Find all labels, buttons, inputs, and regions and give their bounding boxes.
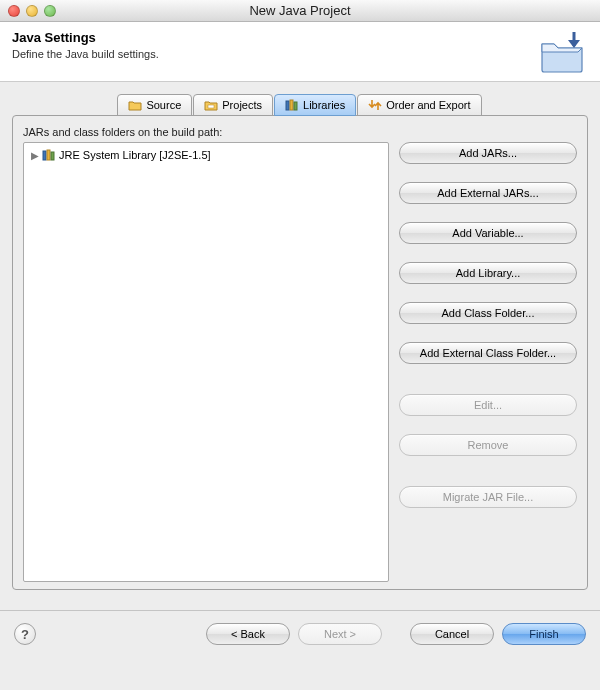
spacer — [399, 170, 577, 176]
side-button-column: Add JARs... Add External JARs... Add Var… — [399, 142, 577, 582]
tree-item-label: JRE System Library [J2SE-1.5] — [59, 149, 211, 161]
migrate-jar-button: Migrate JAR File... — [399, 486, 577, 508]
close-window-button[interactable] — [8, 5, 20, 17]
add-class-folder-button[interactable]: Add Class Folder... — [399, 302, 577, 324]
svg-rect-0 — [208, 105, 214, 108]
tab-label: Projects — [222, 99, 262, 111]
button-label: Add Variable... — [452, 227, 523, 239]
libraries-icon — [285, 98, 299, 112]
spacer — [399, 462, 577, 480]
spacer — [399, 290, 577, 296]
title-bar: New Java Project — [0, 0, 600, 22]
button-label: Migrate JAR File... — [443, 491, 533, 503]
spacer — [399, 370, 577, 388]
svg-rect-5 — [47, 150, 50, 160]
button-label: Add External JARs... — [437, 187, 539, 199]
tab-label: Order and Export — [386, 99, 470, 111]
disclosure-triangle-icon[interactable]: ▶ — [30, 150, 39, 161]
tab-content: JARs and class folders on the build path… — [12, 115, 588, 590]
tab-order-export[interactable]: Order and Export — [357, 94, 481, 116]
tab-libraries[interactable]: Libraries — [274, 94, 356, 116]
svg-rect-6 — [51, 152, 54, 160]
button-label: Add JARs... — [459, 147, 517, 159]
wizard-header: Java Settings Define the Java build sett… — [0, 22, 600, 82]
tab-source[interactable]: Source — [117, 94, 192, 116]
remove-button: Remove — [399, 434, 577, 456]
button-label: Add Class Folder... — [442, 307, 535, 319]
edit-button: Edit... — [399, 394, 577, 416]
tab-bar: Source Projects Libraries Order and Expo… — [12, 94, 588, 116]
help-button[interactable]: ? — [14, 623, 36, 645]
button-label: Finish — [529, 628, 558, 640]
add-external-class-folder-button[interactable]: Add External Class Folder... — [399, 342, 577, 364]
tree-item-jre-system-library[interactable]: ▶ JRE System Library [J2SE-1.5] — [26, 147, 386, 163]
buildpath-label: JARs and class folders on the build path… — [23, 126, 577, 138]
next-button: Next > — [298, 623, 382, 645]
buildpath-tree[interactable]: ▶ JRE System Library [J2SE-1.5] — [23, 142, 389, 582]
button-label: Add Library... — [456, 267, 521, 279]
svg-rect-3 — [294, 102, 297, 110]
tab-projects[interactable]: Projects — [193, 94, 273, 116]
spacer — [399, 250, 577, 256]
page-title: Java Settings — [12, 30, 588, 45]
window-controls — [0, 5, 56, 17]
button-label: < Back — [231, 628, 265, 640]
zoom-window-button[interactable] — [44, 5, 56, 17]
source-folder-icon — [128, 98, 142, 112]
button-label: Remove — [468, 439, 509, 451]
order-export-icon — [368, 98, 382, 112]
add-library-button[interactable]: Add Library... — [399, 262, 577, 284]
minimize-window-button[interactable] — [26, 5, 38, 17]
tab-label: Source — [146, 99, 181, 111]
spacer — [399, 422, 577, 428]
window-title: New Java Project — [0, 3, 600, 18]
back-button[interactable]: < Back — [206, 623, 290, 645]
projects-icon — [204, 98, 218, 112]
wizard-footer: ? < Back Next > Cancel Finish — [0, 611, 600, 659]
button-label: Edit... — [474, 399, 502, 411]
button-label: Cancel — [435, 628, 469, 640]
spacer — [399, 330, 577, 336]
button-label: Add External Class Folder... — [420, 347, 556, 359]
tab-label: Libraries — [303, 99, 345, 111]
button-label: Next > — [324, 628, 356, 640]
main-content: Source Projects Libraries Order and Expo… — [0, 82, 600, 590]
folder-wizard-icon — [538, 30, 588, 76]
cancel-button[interactable]: Cancel — [410, 623, 494, 645]
add-external-jars-button[interactable]: Add External JARs... — [399, 182, 577, 204]
finish-button[interactable]: Finish — [502, 623, 586, 645]
add-variable-button[interactable]: Add Variable... — [399, 222, 577, 244]
svg-rect-2 — [290, 100, 293, 110]
svg-rect-1 — [286, 101, 289, 110]
library-icon — [42, 148, 56, 162]
add-jars-button[interactable]: Add JARs... — [399, 142, 577, 164]
page-description: Define the Java build settings. — [12, 48, 588, 60]
svg-rect-4 — [43, 151, 46, 160]
spacer — [399, 210, 577, 216]
help-icon: ? — [21, 627, 29, 642]
